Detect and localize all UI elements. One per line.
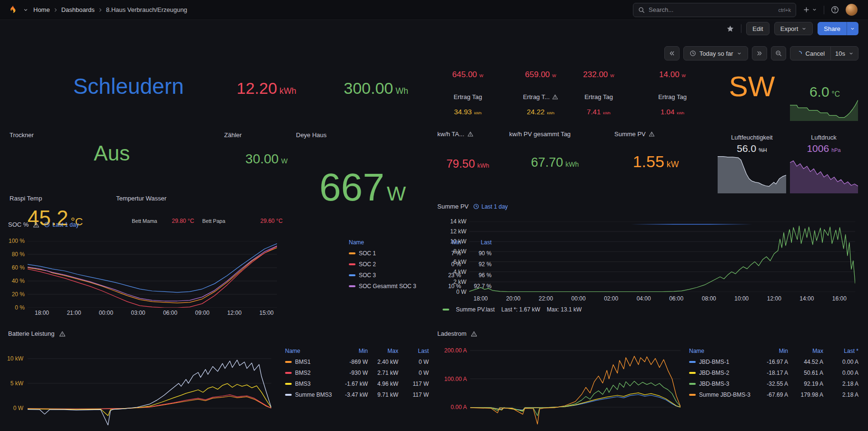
legend-header[interactable]: Name bbox=[349, 239, 431, 246]
legend-value: -67.69 A bbox=[753, 391, 788, 398]
legend-series-row[interactable]: JBD-BMS-1-16.97 A44.52 A0.00 A bbox=[689, 356, 858, 367]
breadcrumb-dashboards[interactable]: Dashboards bbox=[61, 6, 95, 13]
search-input[interactable]: Search... ctrl+k bbox=[633, 3, 796, 17]
summe-pv-time-override-link[interactable]: Last 1 day bbox=[473, 203, 508, 210]
panel-title-ladestrom[interactable]: Ladestrom bbox=[437, 330, 477, 337]
batterie-y-axis: 10 kW5 kW0 W bbox=[0, 355, 23, 411]
time-range-label: Today so far bbox=[700, 50, 733, 57]
stat-pv-string-3: 232.00W Ertrag Tag 7.41kWh bbox=[565, 70, 632, 116]
stat-deye-power: 667W bbox=[286, 168, 439, 207]
series-marker bbox=[285, 394, 292, 396]
warning-icon[interactable] bbox=[59, 331, 66, 337]
legend-header[interactable]: Min bbox=[337, 348, 368, 354]
legend-series-row[interactable]: BMS3-1.67 kW4.96 kW117 W bbox=[285, 378, 429, 389]
legend-header[interactable]: Min bbox=[753, 348, 788, 354]
zoom-out-icon bbox=[775, 50, 782, 57]
chevron-down-icon bbox=[737, 51, 742, 56]
summe-pv-legend[interactable]: Summe PV.last Last *: 1.67 kW Max: 13.1 … bbox=[443, 306, 582, 313]
soc-time-override-link[interactable]: Last 1 day bbox=[44, 221, 79, 228]
series-marker bbox=[689, 383, 696, 385]
warning-icon[interactable] bbox=[552, 94, 558, 100]
chevrons-right-icon bbox=[756, 50, 763, 57]
grafana-logo[interactable] bbox=[8, 5, 18, 15]
legend-value: 117 W bbox=[398, 391, 429, 398]
warning-icon[interactable] bbox=[33, 221, 39, 228]
search-placeholder: Search... bbox=[649, 6, 774, 13]
chevron-right-icon bbox=[53, 7, 59, 13]
help-button[interactable] bbox=[829, 4, 841, 16]
tick-label: 12:00 bbox=[227, 310, 242, 316]
legend-header[interactable]: Last bbox=[398, 348, 429, 354]
grafana-dashboard: Home Dashboards 8.Haus Verbrauch/Erzeugu… bbox=[0, 0, 868, 431]
time-shift-back-button[interactable] bbox=[664, 46, 680, 60]
stat-deye-energy: 300.00Wh bbox=[324, 80, 428, 96]
org-switcher-chevron-icon[interactable] bbox=[23, 7, 29, 13]
cancel-refresh-button[interactable]: Cancel bbox=[790, 46, 831, 60]
export-button[interactable]: Export bbox=[774, 22, 813, 35]
tick-label: 200.00 A bbox=[428, 347, 467, 354]
cancel-label: Cancel bbox=[806, 50, 825, 57]
warning-icon[interactable] bbox=[467, 131, 473, 137]
legend-header[interactable]: Max bbox=[368, 348, 398, 354]
tick-label: 12 kW bbox=[438, 228, 466, 235]
legend-series-row[interactable]: JBD-BMS-3-32.55 A92.19 A2.18 A bbox=[689, 378, 858, 389]
clock-icon bbox=[473, 203, 479, 210]
refresh-interval-button[interactable]: 10s bbox=[830, 46, 858, 60]
time-range-picker[interactable]: Today so far bbox=[683, 46, 748, 60]
user-avatar[interactable] bbox=[846, 4, 858, 16]
new-button[interactable] bbox=[801, 4, 819, 15]
legend-value: -32.55 A bbox=[753, 381, 788, 387]
tick-label: 00:00 bbox=[572, 295, 586, 302]
legend-header[interactable]: Max bbox=[788, 348, 823, 354]
summe-pv-x-axis: 18:0020:0022:0000:0002:0004:0006:0008:00… bbox=[473, 295, 847, 302]
top-nav: Home Dashboards 8.Haus Verbrauch/Erzeugu… bbox=[0, 0, 868, 20]
favorite-star-button[interactable] bbox=[724, 23, 736, 35]
ladestrom-chart[interactable] bbox=[470, 349, 681, 431]
legend-series-row[interactable]: JBD-BMS-2-18.17 A50.61 A0.00 A bbox=[689, 367, 858, 378]
legend-series-row[interactable]: BMS1-869 W2.40 kW0 W bbox=[285, 356, 429, 367]
soc-x-axis: 18:0021:0000:0003:0006:0009:0012:0015:00 bbox=[35, 310, 274, 316]
batterie-chart[interactable] bbox=[28, 349, 271, 431]
tick-label: 10:00 bbox=[734, 295, 749, 302]
panel-title-soc[interactable]: SOC % Last 1 day bbox=[8, 221, 79, 228]
share-button[interactable]: Share bbox=[818, 22, 847, 35]
summe-pv-chart[interactable] bbox=[469, 221, 855, 292]
stat-summe-pv-label: Summe PV bbox=[614, 130, 655, 138]
stat-bett-papa-label: Bett Papa bbox=[202, 218, 225, 224]
share-menu-button[interactable] bbox=[847, 22, 858, 35]
soc-chart[interactable] bbox=[28, 241, 277, 308]
legend-header[interactable]: Last * bbox=[823, 348, 858, 354]
legend-series-row[interactable]: BMS2-930 W2.71 kW0 W bbox=[285, 367, 429, 378]
warning-icon[interactable] bbox=[471, 331, 477, 337]
zoom-out-button[interactable] bbox=[771, 46, 786, 60]
tick-label: 20:00 bbox=[506, 295, 521, 302]
panel-title-summe-pv[interactable]: Summe PV Last 1 day bbox=[437, 203, 508, 210]
humidity-sparkline bbox=[718, 152, 786, 193]
time-shift-forward-button[interactable] bbox=[752, 46, 767, 60]
stat-humidity-label: Luftfeuchtigkeit bbox=[716, 134, 788, 141]
tick-label: 00:00 bbox=[99, 310, 113, 316]
tick-label: 22:00 bbox=[539, 295, 553, 302]
tick-label: 12:00 bbox=[767, 295, 781, 302]
legend-value: 2.18 A bbox=[823, 381, 858, 387]
batterie-legend: NameMinMaxLastBMS1-869 W2.40 kW0 WBMS2-9… bbox=[285, 345, 429, 400]
legend-series-row[interactable]: Summe BMS3-3.47 kW9.71 kW117 W bbox=[285, 389, 429, 400]
ladestrom-legend: NameMinMaxLast *JBD-BMS-1-16.97 A44.52 A… bbox=[689, 345, 858, 400]
stat-pv-string-1: 645.00W Ertrag Tag 34.93kWh bbox=[434, 70, 501, 116]
divider bbox=[824, 6, 824, 14]
breadcrumb: Home Dashboards 8.Haus Verbrauch/Erzeugu… bbox=[33, 6, 187, 13]
warning-icon[interactable] bbox=[649, 131, 655, 137]
legend-header[interactable]: Name bbox=[689, 348, 753, 354]
legend-header[interactable]: Name bbox=[285, 348, 337, 354]
legend-series-name: Summe PV.last bbox=[456, 306, 495, 313]
tick-label: 10 kW bbox=[0, 355, 23, 362]
panel-title-batterie[interactable]: Batterie Leistung bbox=[8, 330, 66, 337]
legend-series-row[interactable]: Summe JBD-BMS-3-67.69 A179.98 A2.18 A bbox=[689, 389, 858, 400]
breadcrumb-home[interactable]: Home bbox=[33, 6, 50, 13]
tick-label: 4 kW bbox=[438, 269, 466, 275]
summe-pv-y-axis: 14 kW12 kW10 kW8 kW6 kW4 kW2 kW0 W bbox=[438, 218, 466, 295]
stat-wind-direction: SW bbox=[723, 72, 780, 101]
edit-button[interactable]: Edit bbox=[746, 22, 769, 35]
series-marker bbox=[689, 361, 696, 363]
tick-label: 06:00 bbox=[163, 310, 178, 316]
